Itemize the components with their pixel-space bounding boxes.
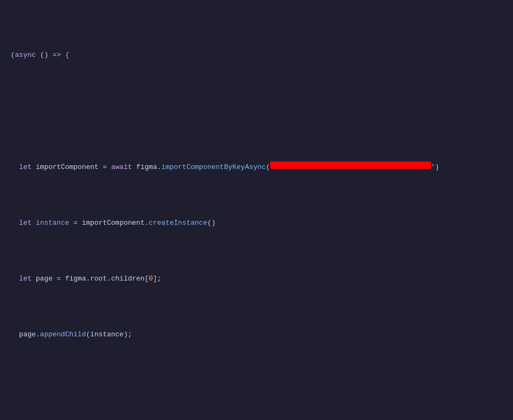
token: appendChild xyxy=(40,329,86,341)
code-line-1: (async () => { xyxy=(0,50,513,61)
token xyxy=(11,274,19,285)
token: let xyxy=(19,162,32,173)
token: () xyxy=(36,50,53,61)
token: let xyxy=(19,274,32,285)
token: = xyxy=(73,218,78,229)
token: = xyxy=(57,274,61,285)
code-line-2 xyxy=(0,106,513,117)
code-line-5: let page = figma.root.children[0]; xyxy=(0,274,513,285)
token: ( xyxy=(266,162,270,173)
token xyxy=(61,50,65,61)
token: figma.root.children[ xyxy=(61,274,149,285)
token: instance xyxy=(36,218,69,229)
token xyxy=(107,162,111,173)
token: 0 xyxy=(148,274,153,285)
token xyxy=(11,218,19,229)
code-line-3: let importComponent = await figma.import… xyxy=(0,161,513,173)
token: figma. xyxy=(132,162,161,173)
token: importComponent xyxy=(32,162,103,173)
token: createInstance xyxy=(149,218,207,229)
token: => xyxy=(53,50,61,61)
token: ' xyxy=(431,162,435,173)
token: page xyxy=(32,274,57,285)
token: (instance); xyxy=(86,329,132,341)
token: let xyxy=(19,218,32,229)
token: () xyxy=(207,218,216,229)
token: async xyxy=(15,50,36,61)
redacted-key xyxy=(270,161,431,169)
token xyxy=(69,218,73,229)
code-line-7 xyxy=(0,385,513,396)
token: ]; xyxy=(153,274,161,285)
token: page. xyxy=(11,329,40,341)
token xyxy=(32,218,36,229)
token: { xyxy=(65,50,69,61)
code-line-4: let instance = importComponent.createIns… xyxy=(0,218,513,229)
token: importComponent. xyxy=(78,218,149,229)
token: ) xyxy=(435,162,440,173)
token: await xyxy=(111,162,132,173)
code-editor: (async () => { let importComponent = awa… xyxy=(0,0,513,420)
token: = xyxy=(103,162,107,173)
token: ( xyxy=(11,50,15,61)
token: importComponentByKeyAsync xyxy=(161,162,266,173)
token xyxy=(11,162,19,173)
code-line-6: page.appendChild(instance); xyxy=(0,329,513,341)
